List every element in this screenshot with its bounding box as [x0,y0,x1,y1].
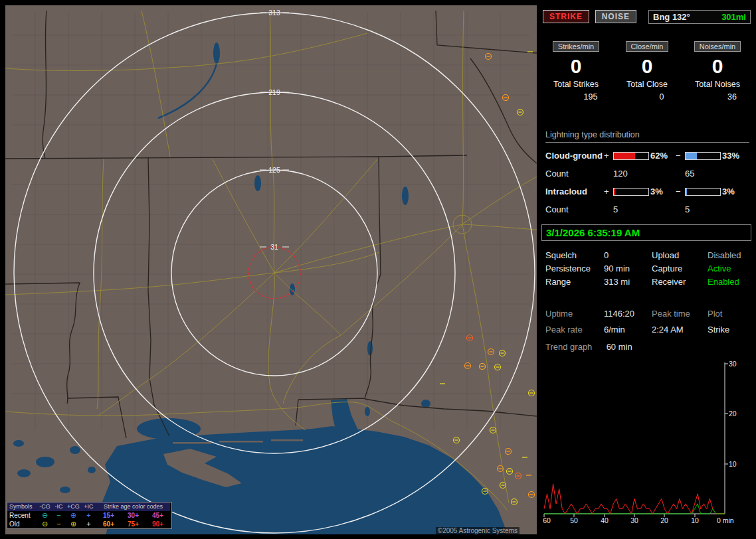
bearing-readout: Bng 132° 301mi [648,10,751,24]
x-tick-40: 40 [601,516,609,524]
age-60: 60+ [96,520,121,528]
squelch-label: Squelch [545,250,604,260]
minus-sign: − [676,187,685,196]
status-panel: STRIKE NOISE Bng 132° 301mi Strikes/min … [541,5,751,534]
strike-rate-line [544,484,725,514]
ic-negative-pct: 3% [722,187,749,196]
trend-graph-label: Trend graph [545,342,604,352]
cg-negative-count: 65 [685,169,722,179]
capture-status: Active [708,264,751,273]
range-value: 313 mi [604,277,652,287]
total-close-label: Total Close [611,80,684,89]
copyright-text: ©2005 Astrogenic Systems [436,527,520,534]
ic-negative-bar [685,188,721,196]
ring-label-313: 313 [268,9,280,17]
lightning-map[interactable]: 313 219 125 31 Symbols -CG -IC +CG +IC S… [5,5,537,534]
persistence-value: 90 min [604,264,652,273]
map-legend: Symbols -CG -IC +CG +IC Strike age color… [7,502,172,529]
legend-row-old-label: Old [7,520,38,528]
datetime-display: 3/1/2026 6:35:19 AM [541,224,751,241]
neg-cg-recent-icon: ⊖ [38,511,52,520]
cg-positive-count: 120 [613,169,650,179]
noise-toggle-button[interactable]: NOISE [595,10,636,23]
age-15: 15+ [96,511,121,520]
y-tick-10: 10 [729,460,737,468]
total-strikes-value: 195 [556,92,625,102]
close-per-min-header: Close/min [626,41,669,52]
peak-rate-value: 6/min [604,325,652,335]
ring-label-125: 125 [268,166,280,174]
plus-sign: + [604,187,613,196]
peak-time-value: 2:24 AM [652,325,708,335]
close-rate-line [544,504,725,514]
cg-negative-pct: 33% [722,151,749,161]
neg-ic-recent-icon: − [52,511,66,520]
ic-negative-count: 5 [685,204,722,214]
total-noises-value: 36 [698,92,756,102]
x-tick-30: 30 [630,516,638,524]
legend-row-recent-label: Recent [7,511,38,520]
cg-positive-pct: 62% [650,151,676,161]
intracloud-label: Intracloud [545,187,604,196]
noises-per-min-value: 0 [684,56,751,77]
lightning-monitor-app: { "map": { "rings": [ {"label": "313"}, … [0,0,756,539]
ic-count-label: Count [545,204,604,214]
y-tick-20: 20 [729,410,737,418]
strike-toggle-button[interactable]: STRIKE [543,10,589,23]
legend-col-neg-ic: -IC [52,502,66,511]
cg-positive-bar [613,152,649,160]
y-tick-30: 30 [729,360,737,368]
ring-label-31: 31 [270,243,278,251]
lightning-distribution: Lightning type distribution Cloud-ground… [545,130,749,218]
age-30: 30+ [121,511,145,520]
plus-sign: + [604,151,613,161]
uptime-label: Uptime [545,309,604,319]
pos-ic-old-icon: + [81,520,96,528]
total-close-value: 0 [625,92,698,102]
minus-sign: − [676,151,685,161]
receiver-label: Receiver [652,277,708,287]
x-tick-60: 60 [543,516,551,524]
pos-cg-recent-icon: ⊕ [66,511,81,520]
squelch-value: 0 [604,250,652,260]
plot-value: Strike [708,325,751,335]
trend-graph-duration: 60 min [607,342,632,352]
ic-positive-pct: 3% [650,187,676,196]
noises-per-min-header: Noises/min [694,41,741,52]
plot-label: Plot [708,309,751,319]
x-tick-10: 10 [691,516,699,524]
cloud-ground-label: Cloud-ground [545,151,604,161]
persistence-label: Persistence [545,264,604,273]
trend-graph-header: Trend graph 60 min [545,342,632,352]
trend-graph: 30 20 10 60 50 40 30 20 10 0 min [541,354,751,536]
ic-positive-bar [613,188,649,196]
upload-status: Disabled [708,250,751,260]
bearing-range-value: 301mi [721,12,746,22]
legend-age-title: Strike age color codes [96,502,170,511]
map-canvas[interactable]: 313 219 125 31 [5,5,537,534]
peak-time-label: Peak time [652,309,708,319]
x-tick-20: 20 [660,516,668,524]
top-button-row: STRIKE NOISE Bng 132° 301mi [543,10,751,25]
rate-counters: Strikes/min 0 Total Strikes 195 Close/mi… [541,41,751,102]
upload-label: Upload [652,250,708,260]
strikes-per-min-header: Strikes/min [553,41,599,52]
uptime-value: 1146:20 [604,309,652,319]
age-75: 75+ [121,520,145,528]
cg-count-label: Count [545,169,604,179]
legend-symbols-title: Symbols [7,502,38,511]
lake-pontchartrain [137,418,201,439]
close-per-min-value: 0 [611,56,684,77]
bearing-value: Bng 132° [653,12,690,22]
x-tick-50: 50 [570,516,578,524]
legend-col-neg-cg: -CG [38,502,52,511]
ring-label-219: 219 [268,88,280,96]
strikes-per-min-value: 0 [541,56,611,77]
legend-col-pos-cg: +CG [66,502,81,511]
peak-rate-label: Peak rate [545,325,604,335]
age-90: 90+ [145,520,170,528]
pos-cg-old-icon: ⊕ [66,520,81,528]
cg-negative-bar [685,152,721,160]
ic-positive-count: 5 [613,204,650,214]
settings-grid: Squelch 0 Upload Disabled Persistence 90… [545,248,751,288]
